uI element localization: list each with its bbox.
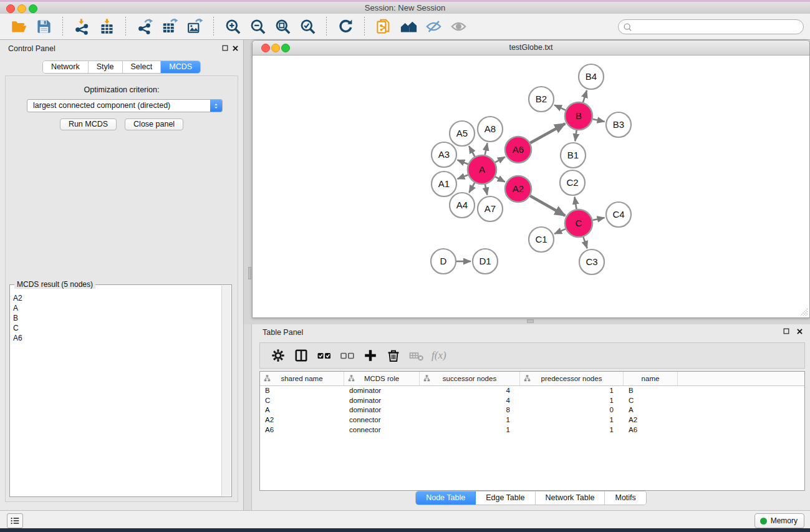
table-cell[interactable]: A: [260, 405, 344, 415]
zoom-selected-icon[interactable]: [298, 17, 317, 36]
table-cell[interactable]: B: [260, 386, 344, 396]
table-row[interactable]: Cdominator41C: [260, 396, 804, 406]
task-history-button[interactable]: [7, 513, 23, 528]
node-C[interactable]: C: [565, 210, 592, 237]
mcds-result-item[interactable]: C: [12, 323, 220, 333]
node-A[interactable]: A: [468, 155, 496, 184]
column-header-successor-nodes[interactable]: successor nodes: [420, 372, 520, 385]
tab-style[interactable]: Style: [89, 61, 123, 73]
network-canvas[interactable]: AA1A2A3A4A5A6A7A8BB1B2B3B4CC1C2C3C4DD1: [253, 56, 809, 317]
node-D1[interactable]: D1: [473, 249, 498, 274]
zoom-fit-icon[interactable]: [273, 17, 292, 36]
select-all-icon[interactable]: [316, 347, 332, 364]
column-header-shared-name[interactable]: shared name: [260, 372, 344, 385]
node-C3[interactable]: C3: [579, 249, 604, 274]
close-table-panel-icon[interactable]: [794, 326, 804, 336]
tab-network-table[interactable]: Network Table: [536, 491, 605, 505]
table-cell[interactable]: connector: [344, 425, 420, 435]
table-cell[interactable]: 8: [420, 405, 520, 415]
desktop-horizontal-scrollbar[interactable]: [527, 319, 534, 323]
delete-columns-icon[interactable]: [385, 347, 402, 364]
table-cell[interactable]: dominator: [344, 396, 420, 406]
table-cell[interactable]: connector: [344, 415, 420, 425]
table-cell[interactable]: A6: [624, 425, 678, 435]
table-cell[interactable]: A2: [624, 415, 678, 425]
node-B2[interactable]: B2: [529, 87, 554, 112]
clone-network-icon[interactable]: [374, 17, 393, 36]
edge-C-C2[interactable]: [575, 197, 577, 210]
node-A8[interactable]: A8: [478, 117, 503, 142]
split-columns-icon[interactable]: [293, 347, 309, 364]
close-panel-button[interactable]: Close panel: [125, 118, 183, 130]
tab-select[interactable]: Select: [123, 61, 162, 73]
table-cell[interactable]: 1: [420, 425, 520, 435]
mcds-result-item[interactable]: A2: [12, 293, 220, 303]
deselect-all-icon[interactable]: [339, 347, 355, 364]
table-cell[interactable]: A: [624, 405, 678, 415]
edge-C-C4[interactable]: [593, 218, 605, 220]
table-cell[interactable]: 1: [520, 396, 624, 406]
tab-node-table[interactable]: Node Table: [416, 491, 476, 505]
edge-A-A5[interactable]: [469, 146, 475, 157]
resize-grip-icon[interactable]: [800, 308, 808, 316]
table-row[interactable]: Adominator80A: [260, 405, 804, 415]
node-A2[interactable]: A2: [505, 176, 531, 202]
mcds-result-item[interactable]: B: [12, 313, 220, 323]
search-field[interactable]: [618, 19, 804, 34]
edge-A2-C[interactable]: [530, 196, 565, 216]
save-session-icon[interactable]: [34, 17, 53, 36]
edge-B-B2[interactable]: [554, 105, 566, 110]
export-table-icon[interactable]: [160, 17, 179, 36]
node-A5[interactable]: A5: [450, 121, 475, 146]
table-row[interactable]: A2connector11A2: [260, 415, 804, 425]
node-A6[interactable]: A6: [505, 137, 531, 163]
float-panel-icon[interactable]: [220, 43, 230, 53]
export-network-icon[interactable]: [135, 17, 154, 36]
tab-edge-table[interactable]: Edge Table: [476, 491, 535, 505]
table-cell[interactable]: A6: [260, 425, 344, 435]
edge-B-B1[interactable]: [575, 130, 576, 141]
open-session-icon[interactable]: [9, 17, 28, 36]
table-cell[interactable]: dominator: [344, 405, 420, 415]
close-panel-icon[interactable]: [230, 43, 240, 53]
tab-mcds[interactable]: MCDS: [161, 61, 200, 73]
tab-network[interactable]: Network: [43, 61, 89, 73]
table-cell[interactable]: C: [624, 396, 678, 406]
node-B1[interactable]: B1: [561, 143, 586, 168]
node-B3[interactable]: B3: [606, 112, 631, 137]
zoom-out-icon[interactable]: [248, 17, 267, 36]
search-input[interactable]: [635, 21, 799, 33]
memory-button[interactable]: Memory: [755, 513, 804, 528]
node-A1[interactable]: A1: [432, 172, 456, 196]
edge-A-A2[interactable]: [495, 177, 505, 181]
column-header-MCDS-role[interactable]: MCDS role: [344, 372, 420, 385]
export-image-icon[interactable]: [185, 17, 204, 36]
node-B[interactable]: B: [565, 102, 592, 130]
import-table-icon[interactable]: [97, 17, 116, 36]
import-network-icon[interactable]: [72, 17, 91, 36]
edge-A-A7[interactable]: [485, 185, 488, 195]
tab-motifs[interactable]: Motifs: [605, 491, 645, 505]
table-cell[interactable]: dominator: [344, 386, 420, 396]
edge-A-A1[interactable]: [458, 175, 468, 179]
edge-C-C1[interactable]: [554, 229, 566, 234]
hide-eye-icon[interactable]: [424, 17, 443, 36]
table-cell[interactable]: 1: [520, 415, 624, 425]
table-row[interactable]: Bdominator41B: [260, 386, 804, 396]
node-A7[interactable]: A7: [478, 196, 503, 221]
table-cell[interactable]: 0: [520, 405, 624, 415]
table-cell[interactable]: B: [624, 386, 678, 396]
edge-B-B4[interactable]: [583, 90, 587, 102]
table-cell[interactable]: C: [260, 396, 344, 406]
table-cell[interactable]: 1: [420, 415, 520, 425]
node-A4[interactable]: A4: [450, 193, 475, 218]
desktop-vertical-scrollbar[interactable]: [248, 267, 251, 279]
edge-A-A8[interactable]: [485, 143, 488, 155]
edge-A6-B[interactable]: [530, 123, 565, 143]
zoom-in-icon[interactable]: [223, 17, 242, 36]
column-header-predecessor-nodes[interactable]: predecessor nodes: [520, 372, 624, 385]
settings-icon[interactable]: [270, 347, 286, 364]
node-C2[interactable]: C2: [560, 170, 585, 195]
node-C1[interactable]: C1: [529, 227, 554, 252]
table-cell[interactable]: 1: [520, 386, 624, 396]
